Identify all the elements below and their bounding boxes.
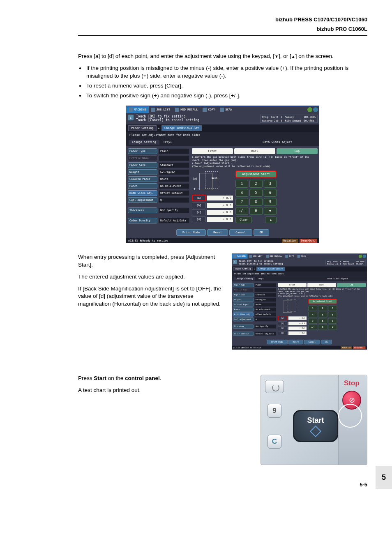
weight-button[interactable]: Weight (128, 169, 157, 175)
copy-icon (203, 108, 207, 112)
help-icon[interactable] (313, 107, 318, 112)
adj-c-button[interactable]: [c] (192, 210, 206, 215)
page-number: 5-5 (78, 481, 367, 488)
para-press-start: Press Start on the control panel. (78, 375, 252, 382)
adj-c-value: + 0.0 (207, 210, 233, 215)
adjustment-start-button[interactable]: Adjustment Start (235, 170, 277, 178)
thickness-button[interactable]: Thickness (128, 207, 157, 213)
confirm-instructions: 1.Confirm the gap between both sides fra… (192, 155, 318, 168)
header-model-line1: bizhub PRESS C1070/C1070P/C1060 (78, 16, 367, 23)
tab-machine[interactable]: MACHINE (126, 106, 149, 113)
info-message: Touch [OK] to fix settingTouch [Cancel] … (136, 115, 199, 122)
tab-copy[interactable]: COPY (200, 106, 217, 113)
punch-value: No Hole-Punch (159, 183, 189, 189)
keypad-9[interactable]: 9 (264, 198, 277, 206)
joblist-icon (151, 108, 155, 112)
start-button-physical[interactable]: Start (293, 410, 338, 442)
keypad-3[interactable]: 3 (264, 180, 277, 188)
instruction-bullets: If the printing position is misaligned t… (78, 64, 367, 100)
keypad-0[interactable]: 0 (249, 207, 262, 215)
para-values-applied: The entered adjustment values are applie… (78, 273, 224, 281)
up-arrow-icon (291, 53, 295, 59)
bullet-2: To reset a numeric value, press [Clear]. (86, 82, 367, 90)
time: 13:53 (130, 239, 138, 242)
profile-name-value (159, 155, 189, 161)
keypad-c-physical[interactable]: C (267, 435, 281, 449)
paper-type-button[interactable]: Paper Type (128, 148, 157, 154)
crumb-change-individual[interactable]: Change IndividualSet (161, 125, 202, 131)
info-icon: i (128, 115, 134, 120)
curl-adjustment-value: 0 (159, 197, 189, 203)
header-model-line2: bizhub PRO C1060L (78, 26, 367, 32)
status-indicator-icon[interactable] (307, 107, 312, 112)
colored-paper-value: White (159, 176, 189, 182)
both-sides-adj-value: Offset Default (159, 190, 189, 196)
crumb-paper-setting[interactable]: Paper Setting (128, 125, 157, 131)
dialog-instruction: Please set adjustment data for both side… (126, 132, 319, 138)
keypad-6[interactable]: 6 (264, 189, 277, 197)
adj-a-value: + 0.0 (207, 196, 233, 200)
keypad-4[interactable]: 4 (235, 189, 248, 197)
para-back-mag-note: If [Back Side Magnification Adjustment] … (78, 285, 224, 309)
rotation-indicator: Rotation (282, 239, 298, 243)
adj-a-button[interactable]: [a] (192, 195, 206, 201)
control-panel-photo: 9 C Start Stop ⊘ (261, 375, 367, 465)
tab-joblist[interactable]: JOB LIST (149, 106, 173, 113)
adj-d-value: + 0.0 (207, 217, 233, 222)
colored-paper-button[interactable]: Colored Paper (128, 176, 157, 182)
profile-name-button: Profile Name (128, 155, 157, 161)
dialog-title: Change Setting Tray1 Both Sides Adjust (126, 138, 319, 146)
color-density-button[interactable]: Color Density (128, 218, 157, 223)
hdd-icon (175, 108, 179, 112)
both-sides-adj-button[interactable]: Both Sides Adj. (128, 190, 157, 196)
subtab-gap[interactable]: Gap (277, 148, 318, 154)
ok-button[interactable]: OK (254, 229, 269, 236)
reset-button[interactable]: Reset (207, 229, 228, 236)
keypad-5[interactable]: 5 (249, 189, 262, 197)
tab-hdd-recall[interactable]: HDD RECALL (173, 106, 200, 113)
instruction-para-1: Press [a] to [d] of each point, and ente… (78, 53, 367, 60)
para-entry-complete: When entry processing is completed, pres… (78, 253, 224, 269)
keypad-clear[interactable]: Clear (235, 216, 252, 223)
color-density-value: Default Adj.Data (159, 218, 189, 223)
keypad-9-physical[interactable]: 9 (267, 404, 281, 418)
screenshot-adjustment-dialog: MACHINE JOB LIST HDD RECALL COPY SCAN i … (126, 106, 319, 243)
keypad-up[interactable]: ▲ (265, 216, 277, 223)
adj-d-button[interactable]: [d] (192, 216, 206, 222)
print-mode-button[interactable]: Print Mode (176, 229, 206, 236)
down-arrow-icon (274, 53, 279, 59)
scan-icon (220, 108, 224, 112)
adj-b-button[interactable]: [b] (192, 203, 206, 208)
breadcrumb: Paper Setting ▸ Change IndividualSet (126, 124, 319, 132)
drum-indicator: Drum/Dev. (300, 239, 317, 243)
bullet-3: To switch the positive sign (+) and nega… (86, 92, 367, 100)
keypad-pm[interactable]: +/- (235, 207, 248, 215)
paper-type-value: Plain (159, 148, 189, 154)
alignment-diagram: [a] back ← → + [a]+ 0.0 [b]+ 0.0 [c]+ 0.… (192, 170, 233, 223)
keypad-7[interactable]: 7 (235, 198, 248, 206)
header-divider (78, 35, 367, 36)
curl-adjustment-button[interactable]: Curl Adjustment (128, 197, 157, 203)
machine-icon (129, 108, 133, 112)
cancel-button[interactable]: Cancel (229, 229, 252, 236)
screenshot-adjustment-small: MACHINE JOB LIST HDD RECALL COPY SCAN i … (232, 253, 367, 364)
keypad-2[interactable]: 2 (249, 180, 262, 188)
subtab-front[interactable]: Front (192, 148, 233, 154)
status-counters: Orig. Count0Memory100.000% Reserve Job0F… (260, 115, 318, 122)
diamond-icon (310, 426, 321, 437)
para-test-chart: A test chart is printed out. (78, 387, 252, 394)
keypad-down[interactable]: ▼ (264, 207, 277, 215)
reset-button-physical[interactable] (265, 380, 284, 393)
section-tab: 5 (376, 466, 392, 489)
stop-label: Stop (340, 379, 364, 387)
punch-button[interactable]: Punch (128, 183, 157, 189)
bullet-1: If the printing position is misaligned t… (86, 64, 367, 80)
weight-value: 62-74g/m2 (159, 169, 189, 175)
subtab-back[interactable]: Back (234, 148, 275, 154)
paper-size-button[interactable]: Paper Size (128, 162, 157, 168)
keypad-1[interactable]: 1 (235, 180, 248, 188)
tab-scan[interactable]: SCAN (217, 106, 235, 113)
keypad-8[interactable]: 8 (249, 198, 262, 206)
adj-b-value: + 0.0 (207, 203, 233, 208)
ready-status: Ready to receive (142, 239, 168, 242)
